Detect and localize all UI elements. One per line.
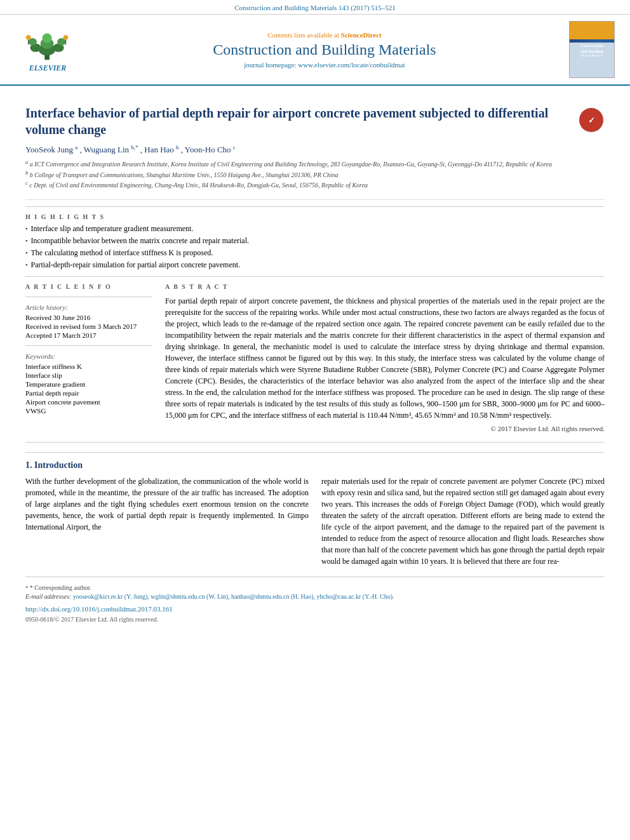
highlights-section: H I G H L I G H T S • Interface slip and… [25,213,605,270]
divider-2 [25,276,605,277]
article-info-abstract: A R T I C L E I N F O Article history: R… [25,283,605,432]
keyword-6: VWSG [25,407,152,415]
abstract-col: A B S T R A C T For partial depth repair… [165,283,605,432]
svg-text:✓: ✓ [588,116,595,125]
journal-reference-bar: Construction and Building Materials 143 … [0,0,630,15]
crossmark-badge[interactable]: ✓ [579,108,605,133]
highlight-item-3: • The calculating method of interface st… [25,248,605,258]
intro-col-left: With the further development of the glob… [25,476,309,567]
sciencedirect-info: Contents lists available at ScienceDirec… [83,31,566,39]
email-addresses: yooseok@kict.re.kr (Y. Jung), wglin@shmt… [73,593,394,600]
keyword-2: Interface slip [25,371,152,379]
corresponding-note: * * Corresponding author. [25,584,605,591]
affiliation-a: a a ICT Convergence and Integration Rese… [25,159,573,169]
elsevier-brand-text: ELSEVIER [29,63,67,73]
bullet-icon-4: • [25,262,28,269]
copyright-line: © 2017 Elsevier Ltd. All rights reserved… [165,425,605,432]
svg-point-9 [64,35,69,40]
keyword-4: Partial depth repair [25,389,152,397]
email-footnote: E-mail addresses: yooseok@kict.re.kr (Y.… [25,593,605,600]
intro-col-right: repair materials used for the repair of … [321,476,605,567]
doi-section: http://dx.doi.org/10.1016/j.conbuildmat.… [25,604,605,614]
affiliations: a a ICT Convergence and Integration Rese… [25,159,573,190]
journal-center-info: Contents lists available at ScienceDirec… [83,31,566,69]
journal-homepage: journal homepage: www.elsevier.com/locat… [83,61,566,69]
sciencedirect-link-text[interactable]: ScienceDirect [341,31,382,39]
elsevier-tree-icon [22,27,73,62]
author-yooseok: YooSeok Jung [25,145,75,154]
introduction-section: 1. Introduction With the further develop… [25,452,605,567]
revised-date: Received in revised form 3 March 2017 [25,323,152,330]
keyword-5: Airport concrete pavement [25,398,152,406]
history-label: Article history: [25,303,152,311]
authors-line: YooSeok Jung a , Wuguang Lin b,* , Han H… [25,144,573,155]
issn-text: 0950-0618/© 2017 Elsevier Ltd. All right… [25,616,158,623]
crossmark-icon: ✓ [579,108,603,132]
keywords-label: Keywords: [25,352,152,360]
journal-reference-text: Construction and Building Materials 143 … [234,4,396,11]
svg-point-3 [42,33,51,43]
article-title: Interface behavior of partial depth repa… [25,105,573,138]
abstract-label: A B S T R A C T [165,283,605,290]
keyword-3: Temperature gradient [25,380,152,388]
journal-header: ELSEVIER Contents lists available at Sci… [0,15,630,86]
divider-4 [25,345,152,346]
issn-section: 0950-0618/© 2017 Elsevier Ltd. All right… [25,614,605,624]
bullet-icon-3: • [25,250,28,257]
divider-5 [25,442,605,443]
abstract-text: For partial depth repair of airport conc… [165,295,605,421]
accepted-date: Accepted 17 March 2017 [25,331,152,339]
doi-link[interactable]: http://dx.doi.org/10.1016/j.conbuildmat.… [25,605,173,613]
article-title-section: Interface behavior of partial depth repa… [25,95,605,200]
highlights-label: H I G H L I G H T S [25,213,605,220]
highlight-item-1: • Interface slip and temperature gradien… [25,224,605,234]
keyword-1: Interface stiffness K [25,363,152,370]
highlight-item-2: • Incompatible behavior between the matr… [25,236,605,246]
cover-title-text: Constructionand Building [580,43,603,54]
affiliation-c: c c Dept. of Civil and Environmental Eng… [25,180,573,190]
article-info-label: A R T I C L E I N F O [25,283,152,290]
bullet-icon-2: • [25,237,28,244]
journal-title: Construction and Building Materials [83,41,566,58]
svg-point-8 [26,35,31,40]
journal-cover: Constructionand Building MATERIALS [566,21,617,78]
received-date: Received 30 June 2016 [25,314,152,321]
intro-heading: 1. Introduction [25,460,605,470]
highlight-item-4: • Partial-depth-repair simulation for pa… [25,260,605,270]
homepage-url[interactable]: www.elsevier.com/locate/conbuildmat [298,61,405,69]
cover-image-box: Constructionand Building MATERIALS [569,21,615,78]
footnote-star: * [25,585,30,591]
footer-section: * * Corresponding author. E-mail address… [25,577,605,624]
elsevier-logo: ELSEVIER [13,27,83,73]
affiliation-b: b b College of Transport and Communicati… [25,170,573,180]
intro-two-col: With the further development of the glob… [25,476,605,567]
cover-subtitle-text: MATERIALS [581,54,603,57]
article-info-col: A R T I C L E I N F O Article history: R… [25,283,152,432]
divider-3 [25,297,152,297]
divider-1 [25,206,605,207]
bullet-icon-1: • [25,225,28,232]
main-content: Interface behavior of partial depth repa… [0,86,630,634]
